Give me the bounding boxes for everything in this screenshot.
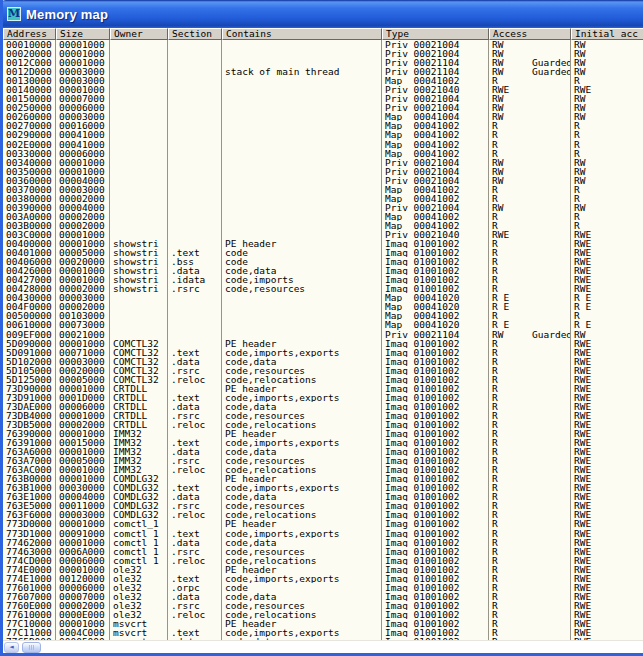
cell-address: 76390000: [3, 429, 56, 438]
table-row[interactable]: 7760100000006000ole32.orpccodeImag 01001…: [3, 583, 643, 592]
table-row[interactable]: 77C110000004C000msvcrt.textcode,imports,…: [3, 628, 643, 637]
scroll-left-button[interactable]: ◄: [4, 642, 19, 653]
table-row[interactable]: 7639000000001000IMM32PE headerImag 01001…: [3, 429, 643, 438]
table-row[interactable]: 73DB500000002000CRTDLL.reloccode,relocat…: [3, 420, 643, 429]
table-row[interactable]: 763AC00000001000IMM32.reloccode,relocati…: [3, 465, 643, 474]
table-row[interactable]: 0034000000001000Priv 00021004RWRW: [3, 158, 643, 167]
cell-contains: code,resources: [222, 366, 382, 375]
column-header-initial-access[interactable]: Initial acc: [571, 28, 643, 40]
table-row[interactable]: 0040000000001000showstriPE headerImag 01…: [3, 239, 643, 248]
table-row[interactable]: 776100000000E000ole32.reloccode,relocati…: [3, 610, 643, 619]
table-row[interactable]: 763B100000030000COMDLG32.textcode,import…: [3, 483, 643, 492]
table-row[interactable]: 0029000000041000Map 00041002RR: [3, 130, 643, 139]
table-row[interactable]: 73D910000001D000CRTDLL.textcode,imports,…: [3, 393, 643, 402]
titlebar[interactable]: M Memory map: [0, 0, 643, 28]
table-row[interactable]: 774CD00000006000comctl_1.reloccode,reloc…: [3, 556, 643, 565]
table-row[interactable]: 003B000000002000Map 00041002RR: [3, 221, 643, 230]
table-row[interactable]: 0040100000005000showstri.textcodeImag 01…: [3, 248, 643, 257]
table-row[interactable]: 73D9000000001000CRTDLLPE headerImag 0100…: [3, 384, 643, 393]
column-header-section[interactable]: Section: [168, 28, 222, 40]
table-row[interactable]: 5D10200000003000COMCTL32.datacode,dataIm…: [3, 357, 643, 366]
cell-access: R: [489, 447, 571, 456]
table-row[interactable]: 763E500000011000COMDLG32.rsrccode,resour…: [3, 501, 643, 510]
table-row[interactable]: 5D09100000071000COMCTL32.textcode,import…: [3, 348, 643, 357]
cell-contains: [222, 58, 382, 67]
table-row[interactable]: 002E000000041000Map 00041002RR: [3, 140, 643, 149]
table-row[interactable]: 0038000000002000Map 00041002RR: [3, 194, 643, 203]
table-row[interactable]: 0043000000003000Map 00041020R ER E: [3, 293, 643, 302]
table-row[interactable]: 774630000006A000comctl_1.rsrccode,resour…: [3, 547, 643, 556]
table-row[interactable]: 0014000000001000Priv 00021040RWERWE: [3, 85, 643, 94]
table-row[interactable]: 0036000000004000Priv 00021004RWRW: [3, 176, 643, 185]
cell-access: R: [489, 185, 571, 194]
table-row[interactable]: 0025000000006000Priv 00021004RWRW: [3, 103, 643, 112]
table-row[interactable]: 773D100000091000comctl_1.textcode,import…: [3, 529, 643, 538]
cell-size: 0004C000: [56, 628, 110, 637]
table-row[interactable]: 774E000000001000ole32PE headerImag 01001…: [3, 565, 643, 574]
column-header-size[interactable]: Size: [56, 28, 110, 40]
cell-access: R: [489, 221, 571, 230]
table-row[interactable]: 004F000000002000Map 00041020R ER E: [3, 302, 643, 311]
table-row[interactable]: 73DB400000001000CRTDLL.rsrccode,resource…: [3, 411, 643, 420]
column-header-contains[interactable]: Contains: [222, 28, 382, 40]
horizontal-scrollbar[interactable]: ◄: [3, 640, 643, 653]
table-row[interactable]: 0040600000020000showstri.bsscodeImag 010…: [3, 257, 643, 266]
cell-size: 00011000: [56, 501, 110, 510]
table-row[interactable]: 77C5D00000005000msvcrt.datacode,dataImag…: [3, 637, 643, 640]
cell-contains: code,data: [222, 637, 382, 640]
table-row[interactable]: 0026000000003000Map 00041004RWRW: [3, 112, 643, 121]
table-row[interactable]: 73DAE00000006000CRTDLL.datacode,dataImag…: [3, 402, 643, 411]
table-row[interactable]: 0042800000002000showstri.rsrccode,resour…: [3, 284, 643, 293]
table-row[interactable]: 763A700000005000IMM32.rsrccode,resources…: [3, 456, 643, 465]
table-row[interactable]: 5D10500000020000COMCTL32.rsrccode,resour…: [3, 366, 643, 375]
cell-owner: [110, 212, 168, 221]
cell-address: 00020000: [3, 49, 56, 58]
table-row[interactable]: 0042600000001000showstri.datacode,dataIm…: [3, 266, 643, 275]
column-header-owner[interactable]: Owner: [110, 28, 168, 40]
table-row[interactable]: 774E100000120000ole32.textcode,imports,e…: [3, 574, 643, 583]
cell-contains: [222, 94, 382, 103]
table-row[interactable]: 77C1000000001000msvcrtPE headerImag 0100…: [3, 619, 643, 628]
table-row[interactable]: 0035000000001000Priv 00021004RWRW: [3, 167, 643, 176]
cell-access: R: [489, 438, 571, 447]
table-row[interactable]: 7746200000001000comctl_1.datacode,dataIm…: [3, 538, 643, 547]
scrollbar-track[interactable]: [41, 642, 643, 653]
cell-section: [168, 212, 222, 221]
table-row[interactable]: 763B000000001000COMDLG32PE headerImag 01…: [3, 474, 643, 483]
table-row[interactable]: 0039000000004000Priv 00021004RWRW: [3, 203, 643, 212]
table-row[interactable]: 0042700000001000showstri.idatacode,impor…: [3, 275, 643, 284]
column-header-address[interactable]: Address: [3, 28, 56, 40]
table-row[interactable]: 0012D00000003000stack of main threadPriv…: [3, 67, 643, 76]
table-row[interactable]: 0001000000001000Priv 00021004RWRW: [3, 40, 643, 49]
table-row[interactable]: 0013000000003000Map 00041002RR: [3, 76, 643, 85]
table-row[interactable]: 0061000000073000Map 00041020R ER E: [3, 320, 643, 329]
table-row[interactable]: 003A000000002000Map 00041002RR: [3, 212, 643, 221]
cell-access: R: [489, 574, 571, 583]
cell-section: [168, 330, 222, 339]
table-row[interactable]: 009EF00000021000Priv 00021104RW GuardedR…: [3, 330, 643, 339]
table-row[interactable]: 0033000000006000Map 00041002RR: [3, 149, 643, 158]
table-row[interactable]: 0027000000016000Map 00041002RR: [3, 121, 643, 130]
table-row[interactable]: 7760E00000002000ole32.rsrccode,resources…: [3, 601, 643, 610]
table-row[interactable]: 003C000000001000Priv 00021040RWERWE: [3, 230, 643, 239]
table-row[interactable]: 763E100000004000COMDLG32.datacode,dataIm…: [3, 492, 643, 501]
table-row[interactable]: 773D000000001000comctl_1PE headerImag 01…: [3, 519, 643, 528]
cell-address: 5D105000: [3, 366, 56, 375]
table-row[interactable]: 5D09000000001000COMCTL32PE headerImag 01…: [3, 339, 643, 348]
table-row[interactable]: 0012C00000001000Priv 00021104RW GuardedR…: [3, 58, 643, 67]
table-row[interactable]: 5D12500000005000COMCTL32.reloccode,reloc…: [3, 375, 643, 384]
table-row[interactable]: 7639100000015000IMM32.textcode,imports,e…: [3, 438, 643, 447]
table-row[interactable]: 0050000000103000Map 00041002RR: [3, 311, 643, 320]
table-row[interactable]: 7760700000007000ole32.datacode,dataImag …: [3, 592, 643, 601]
cell-contains: [222, 149, 382, 158]
column-header-type[interactable]: Type: [382, 28, 489, 40]
table-row[interactable]: 0037000000003000Map 00041002RR: [3, 185, 643, 194]
table-row[interactable]: 0015000000007000Priv 00021004RWRW: [3, 94, 643, 103]
table-row[interactable]: 763A600000001000IMM32.datacode,dataImag …: [3, 447, 643, 456]
table-row[interactable]: 0002000000001000Priv 00021004RWRW: [3, 49, 643, 58]
table-row[interactable]: 763F600000003000COMDLG32.reloccode,reloc…: [3, 510, 643, 519]
scrollbar-thumb[interactable]: [22, 642, 41, 653]
cell-size: 00001000: [56, 85, 110, 94]
cell-type: Imag 01001002: [382, 556, 489, 565]
column-header-access[interactable]: Access: [489, 28, 571, 40]
